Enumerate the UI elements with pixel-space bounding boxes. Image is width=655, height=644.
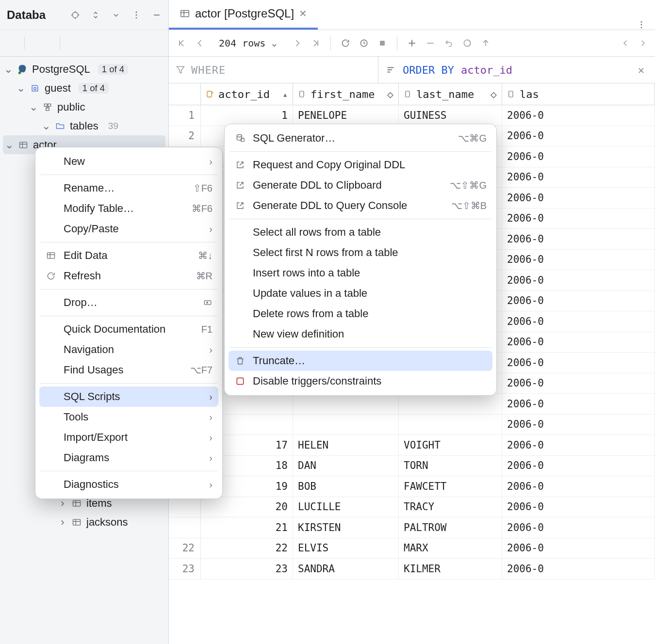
cell-last-update[interactable]: 2006-0: [502, 497, 655, 517]
mi-select-first-n[interactable]: Select first N rows from a table: [225, 242, 496, 263]
cell-last-update[interactable]: 2006-0: [502, 146, 655, 167]
cell-last-update[interactable]: 2006-0: [502, 415, 655, 435]
mi-delete-rows[interactable]: Delete rows from a table: [225, 304, 496, 324]
mi-diagnostics[interactable]: Diagnostics›: [35, 474, 222, 495]
cell-last-update[interactable]: 2006-0: [502, 250, 655, 270]
cell-last-update[interactable]: 2006-0: [502, 435, 655, 455]
cell-first-name[interactable]: [293, 394, 399, 414]
chevron-down-icon[interactable]: ⌄: [29, 101, 38, 113]
cell-last-update[interactable]: 2006-0: [502, 167, 655, 188]
next-page-icon[interactable]: [293, 38, 302, 48]
cell-last-update[interactable]: 2006-0: [502, 394, 655, 414]
chevron-down-icon[interactable]: ⌄: [16, 82, 25, 95]
table-row[interactable]: 18DANTORN2006-0: [169, 456, 655, 477]
cell-first-name[interactable]: DAN: [293, 456, 399, 476]
cell-last-update[interactable]: 2006-0: [502, 456, 655, 476]
table-row[interactable]: 11PENELOPEGUINESS2006-0: [169, 105, 655, 126]
mi-insert-rows[interactable]: Insert rows into a table: [225, 263, 496, 283]
prev-page-icon[interactable]: [195, 38, 205, 48]
cell-last-update[interactable]: 2006-0: [502, 559, 655, 579]
mi-new-view[interactable]: New view definition: [225, 324, 496, 344]
cell-last-name[interactable]: TORN: [399, 456, 502, 476]
cell-first-name[interactable]: KIRSTEN: [293, 517, 399, 538]
mi-sql-scripts[interactable]: SQL Scripts›: [39, 386, 218, 407]
first-page-icon[interactable]: [177, 38, 186, 48]
col-actor-id[interactable]: actor_id ▴: [201, 83, 293, 105]
cell-last-update[interactable]: 2006-0: [502, 229, 655, 249]
submit-icon[interactable]: [481, 38, 491, 48]
cell-first-name[interactable]: LUCILLE: [293, 497, 399, 517]
mi-import-export[interactable]: Import/Export›: [35, 427, 222, 448]
table-row[interactable]: 2006-0: [169, 394, 655, 415]
table-row[interactable]: 17HELENVOIGHT2006-0: [169, 435, 655, 456]
add-row-icon[interactable]: [407, 38, 417, 48]
cell-first-name[interactable]: PENELOPE: [293, 105, 399, 126]
kebab-menu-icon[interactable]: [131, 10, 141, 20]
chevron-down-icon[interactable]: ⌄: [4, 63, 13, 76]
cell-actor-id[interactable]: 23: [201, 559, 293, 579]
table-row[interactable]: 2006-0: [169, 415, 655, 435]
cell-last-name[interactable]: [399, 394, 502, 414]
remove-row-icon[interactable]: [426, 38, 435, 48]
where-filter[interactable]: WHERE: [169, 57, 378, 83]
cell-last-update[interactable]: 2006-0: [502, 311, 655, 332]
cell-last-update[interactable]: 2006-0: [502, 291, 655, 311]
col-menu-icon[interactable]: ◇: [491, 88, 497, 100]
cell-last-update[interactable]: 2006-0: [502, 105, 655, 126]
mi-disable-triggers[interactable]: Disable triggers/constraints: [225, 371, 496, 391]
cell-last-update[interactable]: 2006-0: [502, 538, 655, 559]
mi-diagrams[interactable]: Diagrams›: [35, 448, 222, 468]
nav-left-icon[interactable]: [621, 39, 630, 48]
nav-right-icon[interactable]: [639, 39, 647, 48]
cell-last-update[interactable]: 2006-0: [502, 353, 655, 373]
transaction-icon[interactable]: [359, 38, 369, 48]
mi-select-all-rows[interactable]: Select all rows from a table: [225, 222, 496, 242]
preview-icon[interactable]: [462, 38, 472, 48]
cell-last-update[interactable]: 2006-0: [502, 209, 655, 229]
chevron-right-icon[interactable]: ›: [58, 516, 67, 529]
mi-copy-paste[interactable]: Copy/Paste›: [35, 219, 222, 239]
cell-last-name[interactable]: [399, 415, 502, 435]
cell-first-name[interactable]: BOB: [293, 476, 399, 497]
minimize-icon[interactable]: [152, 10, 162, 20]
mi-refresh[interactable]: Refresh⌘R: [35, 266, 222, 286]
cell-last-update[interactable]: 2006-0: [502, 126, 655, 146]
cell-last-update[interactable]: 2006-0: [502, 476, 655, 497]
col-menu-icon[interactable]: ◇: [387, 88, 393, 100]
col-first-name[interactable]: first_name ◇: [293, 83, 399, 105]
expand-collapse-icon[interactable]: [91, 10, 100, 20]
tree-table-jacksons[interactable]: › jacksons: [0, 513, 168, 531]
row-count-button[interactable]: 204 rows ⌄: [213, 35, 284, 51]
sort-asc-icon[interactable]: ▴: [282, 89, 288, 99]
reload-icon[interactable]: [341, 38, 350, 48]
mi-generate-ddl-console[interactable]: Generate DDL to Query Console⌥⇧⌘B: [225, 195, 496, 216]
mi-truncate[interactable]: Truncate…: [229, 351, 492, 371]
cell-last-name[interactable]: PALTROW: [399, 517, 502, 538]
cell-last-name[interactable]: KILMER: [399, 559, 502, 579]
cell-actor-id[interactable]: 22: [201, 538, 293, 559]
cell-actor-id[interactable]: 21: [201, 517, 293, 538]
mi-tools[interactable]: Tools›: [35, 407, 222, 427]
cell-actor-id[interactable]: 20: [201, 497, 293, 517]
col-last-name[interactable]: last_name ◇: [399, 83, 502, 105]
cell-last-update[interactable]: 2006-0: [502, 517, 655, 538]
cell-last-name[interactable]: GUINESS: [399, 105, 502, 126]
mi-update-values[interactable]: Update values in a table: [225, 283, 496, 304]
cell-last-update[interactable]: 2006-0: [502, 270, 655, 290]
tree-schema[interactable]: ⌄ public: [0, 97, 168, 116]
col-last-update[interactable]: las: [502, 83, 655, 105]
cell-first-name[interactable]: [293, 415, 399, 435]
table-row[interactable]: 19BOBFAWCETT2006-0: [169, 476, 655, 497]
tab-actor[interactable]: actor [PostgreSQL] ✕: [169, 0, 318, 30]
mi-navigation[interactable]: Navigation›: [35, 339, 222, 360]
stop-query-icon[interactable]: [377, 38, 387, 48]
table-row[interactable]: 2222ELVISMARX2006-0: [169, 538, 655, 559]
table-row[interactable]: 2323SANDRAKILMER2006-0: [169, 559, 655, 580]
cell-last-name[interactable]: MARX: [399, 538, 502, 559]
clear-orderby-icon[interactable]: ✕: [634, 64, 648, 76]
mi-drop[interactable]: Drop…: [35, 292, 222, 313]
mi-rename[interactable]: Rename…⇧F6: [35, 178, 222, 198]
table-row[interactable]: 20LUCILLETRACY2006-0: [169, 497, 655, 518]
revert-icon[interactable]: [444, 38, 454, 48]
chevron-down-icon[interactable]: ⌄: [42, 120, 50, 132]
